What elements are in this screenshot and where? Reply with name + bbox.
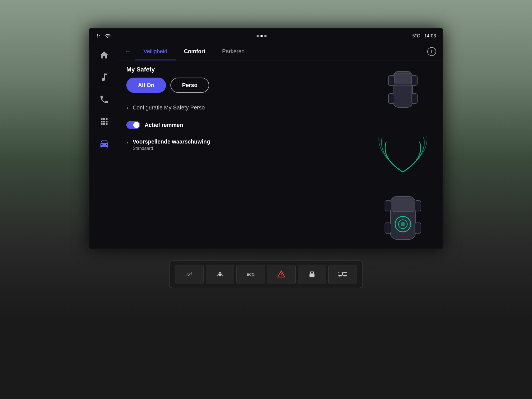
svg-point-20 xyxy=(281,275,282,276)
dot-2 xyxy=(260,35,263,37)
lock-button[interactable] xyxy=(298,265,326,284)
svg-point-25 xyxy=(339,275,340,277)
apps-icon xyxy=(99,117,109,127)
svg-rect-6 xyxy=(412,94,417,103)
sensor-arc-illustration xyxy=(377,133,429,175)
status-right: 5°C · 14:03 xyxy=(412,34,436,39)
svg-rect-1 xyxy=(395,73,411,84)
lane-assist-button[interactable] xyxy=(206,265,234,284)
car-top-illustration xyxy=(377,66,429,113)
svg-rect-21 xyxy=(310,273,314,277)
actief-remmen-label: Actief remmen xyxy=(145,122,183,128)
infotainment-screen: 5°C · 14:03 xyxy=(89,28,443,249)
toggle-knob xyxy=(133,122,139,128)
car-eye-illustration xyxy=(377,195,429,242)
chevron-right-icon: › xyxy=(126,104,128,111)
info-button[interactable]: i xyxy=(427,47,436,56)
sidebar-item-apps[interactable] xyxy=(94,112,114,131)
wifi-icon xyxy=(105,33,111,39)
tab-veiligheid[interactable]: Veiligheid xyxy=(135,43,176,60)
tab-bar: ← Veiligheid Comfort Parkeren i xyxy=(118,43,442,60)
chevron-right-icon-2: › xyxy=(126,139,128,145)
car-top-svg xyxy=(381,69,425,110)
sensor-arcs-svg xyxy=(378,136,428,172)
mode-buttons: All On Perso xyxy=(126,78,367,93)
actief-remmen-toggle-item: Actief remmen xyxy=(126,116,367,134)
dashboard-background: 5°C · 14:03 xyxy=(0,0,532,399)
voorspellende-title: Voorspellende waarschuwing xyxy=(133,139,210,145)
svg-rect-11 xyxy=(415,201,421,211)
configuratie-label: Configuratie My Safety Perso xyxy=(133,104,205,111)
temperature: 5°C xyxy=(412,34,420,38)
time: 14:03 xyxy=(424,34,436,38)
voorspellende-subtitle: Standaard xyxy=(133,146,210,151)
car-icon xyxy=(99,139,109,149)
svg-point-26 xyxy=(341,275,342,277)
main-screen: ← Veiligheid Comfort Parkeren i xyxy=(90,43,442,248)
configuratie-menu-item[interactable]: › Configuratie My Safety Perso xyxy=(126,99,367,116)
sidebar-item-phone[interactable] xyxy=(94,90,114,109)
svg-point-27 xyxy=(344,275,346,277)
svg-rect-9 xyxy=(392,198,414,212)
voorspellende-menu-item[interactable]: › Voorspellende waarschuwing Standaard xyxy=(126,134,367,155)
sidebar-item-car[interactable] xyxy=(94,134,114,154)
svg-point-16 xyxy=(401,222,405,226)
eco-button[interactable]: ECO xyxy=(236,265,265,284)
mode-all-on-button[interactable]: All On xyxy=(126,78,166,93)
svg-rect-2 xyxy=(394,85,412,102)
usb-icon xyxy=(96,33,102,39)
section-title: My Safety xyxy=(126,66,367,73)
voorspellende-text: Voorspellende waarschuwing Standaard xyxy=(133,139,210,151)
dot-3 xyxy=(264,35,267,37)
phone-icon xyxy=(99,94,109,104)
status-indicator xyxy=(111,35,412,37)
auto-stop-start-button[interactable]: Aoff xyxy=(175,265,204,284)
physical-buttons-panel: Aoff ECO xyxy=(169,260,363,288)
dot-1 xyxy=(257,35,259,37)
home-icon xyxy=(99,50,109,60)
svg-rect-23 xyxy=(343,273,347,275)
hazard-button[interactable] xyxy=(267,265,296,284)
svg-rect-22 xyxy=(338,272,342,275)
svg-rect-7 xyxy=(396,71,410,74)
content-area: ← Veiligheid Comfort Parkeren i xyxy=(118,43,442,248)
svg-rect-4 xyxy=(412,76,417,85)
svg-rect-12 xyxy=(385,223,391,233)
back-button[interactable]: ← xyxy=(124,47,132,57)
svg-rect-13 xyxy=(415,223,421,233)
tab-parkeren[interactable]: Parkeren xyxy=(214,43,253,60)
mode-perso-button[interactable]: Perso xyxy=(170,78,209,93)
svg-rect-3 xyxy=(388,76,394,85)
right-panel xyxy=(372,66,433,242)
svg-rect-5 xyxy=(388,94,394,103)
trailer-button[interactable] xyxy=(328,265,357,284)
status-bar: 5°C · 14:03 xyxy=(90,29,442,43)
tab-comfort[interactable]: Comfort xyxy=(176,43,214,60)
status-icons-left xyxy=(96,33,111,39)
sidebar-item-home[interactable] xyxy=(94,45,114,65)
content-body: My Safety All On Perso › Configuratie My… xyxy=(118,60,442,248)
sidebar xyxy=(90,43,118,248)
separator: · xyxy=(422,34,423,38)
music-icon xyxy=(99,72,109,82)
svg-rect-10 xyxy=(385,201,391,211)
left-panel: My Safety All On Perso › Configuratie My… xyxy=(126,66,367,242)
sidebar-item-media[interactable] xyxy=(94,68,114,87)
svg-rect-17 xyxy=(219,273,221,276)
car-eye-svg xyxy=(379,195,426,242)
actief-remmen-toggle[interactable] xyxy=(126,121,140,129)
